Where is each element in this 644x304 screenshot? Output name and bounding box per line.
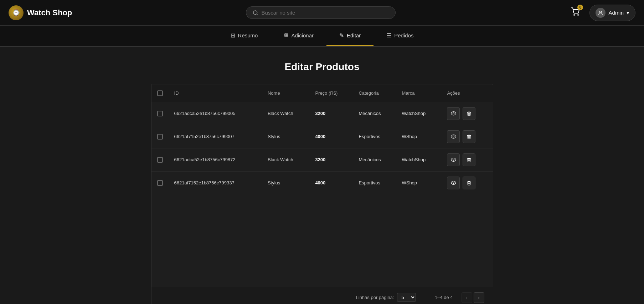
nav-label-adicionar: Adicionar [291,32,314,38]
eye-icon [451,180,456,185]
th-preco: Preço (R$) [309,84,353,102]
cell-nome: Stylus [262,125,309,148]
svg-point-4 [600,11,602,12]
th-acoes: Ações [441,84,493,102]
logo-area: ⌚ Watch Shop [9,5,72,20]
svg-rect-7 [284,35,285,37]
site-title: Watch Shop [27,8,72,17]
search-bar [246,6,396,19]
cell-nome: Stylus [262,171,309,194]
pagination-info: 1–4 de 4 [424,295,453,300]
view-button[interactable] [447,177,460,189]
adicionar-icon [283,32,288,39]
th-categoria: Categoria [353,84,396,102]
search-input[interactable] [261,10,389,16]
svg-point-11 [453,159,454,161]
table-footer: Linhas por página: 5 10 25 1–4 de 4 ‹ › [151,287,493,304]
table-header: ID Nome Preço (R$) Categoria Marca Ações [151,84,493,102]
next-page-button[interactable]: › [474,292,484,303]
svg-rect-5 [284,33,285,34]
prev-page-button[interactable]: ‹ [462,292,472,303]
editar-icon: ✎ [339,32,344,39]
cell-id: 6621adca52e1b8756c799872 [169,148,262,171]
rows-per-page-label: Linhas por página: [356,295,394,300]
rows-per-page: Linhas por página: 5 10 25 [356,293,416,302]
row-checkbox[interactable] [157,134,163,140]
cell-acoes [441,148,493,171]
cell-nome: Black Watch [262,102,309,125]
rows-per-page-select[interactable]: 5 10 25 [397,293,416,302]
cart-badge: 0 [577,5,583,10]
admin-button[interactable]: Admin ▾ [589,5,635,21]
cell-nome: Black Watch [262,148,309,171]
select-all-checkbox[interactable] [157,90,163,96]
products-table-container: ID Nome Preço (R$) Categoria Marca Ações… [151,84,493,304]
svg-point-12 [453,182,454,184]
cell-categoria: Esportivos [353,171,396,194]
cell-marca: WatchShop [396,148,441,171]
delete-button[interactable] [463,107,475,120]
cell-acoes [441,125,493,148]
row-checkbox[interactable] [157,157,163,163]
cell-categoria: Esportivos [353,125,396,148]
admin-dropdown-icon: ▾ [627,10,629,16]
resumo-icon: ⊞ [231,32,235,39]
cell-marca: WShop [396,171,441,194]
nav-label-resumo: Resumo [238,32,258,38]
svg-point-3 [578,15,578,15]
table-body: 6621adca52e1b8756c799005 Black Watch 320… [151,102,493,194]
main-content: Editar Produtos ID Nome Preço (R$) Categ… [0,47,644,304]
table-row: 6621af7152e1b8756c799007 Stylus 4000 Esp… [151,125,493,148]
nav-item-adicionar[interactable]: Adicionar [271,26,326,46]
nav-item-pedidos[interactable]: ☰ Pedidos [373,26,426,46]
svg-point-9 [453,113,454,114]
search-icon [253,10,258,16]
nav-item-resumo[interactable]: ⊞ Resumo [218,26,271,46]
trash-icon [467,180,472,185]
cell-id: 6621af7152e1b8756c799337 [169,171,262,194]
cell-categoria: Mecânicos [353,102,396,125]
empty-rows [151,194,493,287]
view-button[interactable] [447,153,460,166]
admin-label: Admin [608,10,624,16]
svg-point-10 [453,136,454,137]
page-title: Editar Produtos [284,61,359,73]
cart-button[interactable]: 0 [570,6,581,20]
th-nome: Nome [262,84,309,102]
svg-line-1 [257,14,258,15]
row-checkbox[interactable] [157,180,163,186]
cell-preco: 3200 [309,102,353,125]
delete-button[interactable] [463,153,475,166]
admin-avatar [596,8,606,18]
svg-rect-8 [287,35,288,37]
view-button[interactable] [447,130,460,143]
table-row: 6621adca52e1b8756c799005 Black Watch 320… [151,102,493,125]
nav-item-editar[interactable]: ✎ Editar [326,26,373,46]
pagination-buttons: ‹ › [462,292,484,303]
cell-acoes [441,102,493,125]
row-checkbox-cell [151,148,169,171]
trash-icon [467,111,472,116]
svg-rect-6 [287,33,288,34]
cell-id: 6621af7152e1b8756c799007 [169,125,262,148]
nav-label-editar: Editar [347,32,361,38]
trash-icon [467,134,472,139]
delete-button[interactable] [463,130,475,143]
th-marca: Marca [396,84,441,102]
row-checkbox-cell [151,125,169,148]
svg-point-2 [574,15,575,15]
cell-preco: 4000 [309,171,353,194]
cell-marca: WatchShop [396,102,441,125]
cell-categoria: Mecânicos [353,148,396,171]
cell-marca: WShop [396,125,441,148]
eye-icon [451,157,456,162]
delete-button[interactable] [463,177,475,189]
cell-preco: 4000 [309,125,353,148]
row-checkbox[interactable] [157,111,163,116]
header-right: 0 Admin ▾ [570,5,635,21]
th-checkbox [151,84,169,102]
row-checkbox-cell [151,171,169,194]
header: ⌚ Watch Shop 0 Admin ▾ [0,0,644,26]
view-button[interactable] [447,107,460,120]
pedidos-icon: ☰ [386,32,391,39]
